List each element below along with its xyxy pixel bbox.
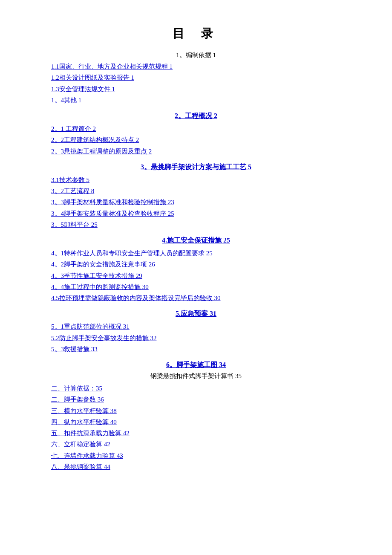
toc-item-4-5[interactable]: 4.5拉环预埋需做隐蔽验收的内容及架体搭设完毕后的验收 30 [51, 292, 341, 304]
toc-item-3-2[interactable]: 3。2工艺流程 8 [51, 185, 341, 197]
section-1: 1。编制依据 1 1.1国家、行业、地方及企业相关规范规程 1 1.2相关设计图… [51, 51, 341, 106]
toc-item-5-2[interactable]: 5.2防止脚手架安全事故发生的措施 32 [51, 332, 341, 344]
toc-item-3-1[interactable]: 3.1技术参数 5 [51, 174, 341, 185]
section-3-heading-wrapper: 3。悬挑脚手架设计方案与施工工艺 5 [51, 163, 341, 172]
toc-item-1-1[interactable]: 1.1国家、行业、地方及企业相关规范规程 1 [51, 61, 341, 72]
section-5-heading[interactable]: 5.应急预案 31 [176, 310, 216, 317]
toc-item-6-8[interactable]: 八、悬挑钢梁验算 44 [51, 461, 341, 472]
section-2: 2。工程概况 2 2。1 工程简介 2 2。2工程建筑结构概况及特点 2 2。3… [51, 112, 341, 157]
section-5: 5.应急预案 31 5。1重点防范部位的概况 31 5.2防止脚手架安全事故发生… [51, 309, 341, 355]
toc-item-4-3[interactable]: 4。3季节性施工安全技术措施 29 [51, 270, 341, 281]
section-6: 6。脚手架施工图 34 钢梁悬挑扣件式脚手架计算书 35 二、计算依据：35 二… [51, 361, 341, 472]
section-4: 4.施工安全保证措施 25 4。1特种作业人员和专职安全生产管理人员的配置要求 … [51, 236, 341, 304]
toc-item-1-3[interactable]: 1.3安全管理法规文件 1 [51, 84, 341, 95]
toc-item-6-1[interactable]: 二、计算依据：35 [51, 383, 341, 394]
section-5-heading-wrapper: 5.应急预案 31 [51, 309, 341, 318]
toc-item-6-6[interactable]: 六、立杆稳定验算 42 [51, 439, 341, 450]
toc-item-3-5[interactable]: 3。5卸料平台 25 [51, 219, 341, 230]
toc-item-1-2[interactable]: 1.2相关设计图纸及实验报告 1 [51, 72, 341, 83]
section-4-heading[interactable]: 4.施工安全保证措施 25 [162, 237, 230, 244]
section-2-heading[interactable]: 2。工程概况 2 [175, 112, 217, 119]
section-3: 3。悬挑脚手架设计方案与施工工艺 5 3.1技术参数 5 3。2工艺流程 8 3… [51, 163, 341, 230]
toc-item-6-5[interactable]: 五、扣件抗滑承载力验算 42 [51, 428, 341, 439]
toc-item-6-3[interactable]: 三、横向水平杆验算 38 [51, 405, 341, 416]
toc-item-6-2[interactable]: 二、脚手架参数 36 [51, 394, 341, 405]
toc-item-4-2[interactable]: 4。2脚手架的安全措施及注意事项 26 [51, 259, 341, 270]
section-6-heading-wrapper: 6。脚手架施工图 34 [51, 361, 341, 370]
toc-item-6-7[interactable]: 七、连墙件承载力验算 43 [51, 450, 341, 461]
toc-item-5-1[interactable]: 5。1重点防范部位的概况 31 [51, 321, 341, 332]
section-6-heading[interactable]: 6。脚手架施工图 34 [166, 361, 226, 368]
toc-item-1-4[interactable]: 1。4其他 1 [51, 95, 341, 106]
section-1-heading: 1。编制依据 1 [51, 51, 341, 59]
toc-item-5-3[interactable]: 5。3救援措施 33 [51, 344, 341, 355]
toc-item-3-3[interactable]: 3。3脚手架材料质量标准和检验控制措施 23 [51, 197, 341, 208]
section-6-sub-heading: 钢梁悬挑扣件式脚手架计算书 35 [51, 372, 341, 380]
section-3-heading[interactable]: 3。悬挑脚手架设计方案与施工工艺 5 [141, 163, 251, 171]
section-4-heading-wrapper: 4.施工安全保证措施 25 [51, 236, 341, 245]
toc-item-2-1[interactable]: 2。1 工程简介 2 [51, 123, 341, 134]
toc-item-4-1[interactable]: 4。1特种作业人员和专职安全生产管理人员的配置要求 25 [51, 248, 341, 259]
toc-item-2-3[interactable]: 2。3悬挑架工程调整的原因及重点 2 [51, 146, 341, 157]
toc-item-3-4[interactable]: 3。4脚手架安装质量标准及检查验收程序 25 [51, 208, 341, 219]
section-2-heading-wrapper: 2。工程概况 2 [51, 112, 341, 121]
toc-item-4-4[interactable]: 4。4施工过程中的监测监控措施 30 [51, 281, 341, 292]
page-title: 目 录 [51, 26, 341, 42]
toc-item-2-2[interactable]: 2。2工程建筑结构概况及特点 2 [51, 134, 341, 145]
toc-item-6-4[interactable]: 四、纵向水平杆验算 40 [51, 416, 341, 428]
